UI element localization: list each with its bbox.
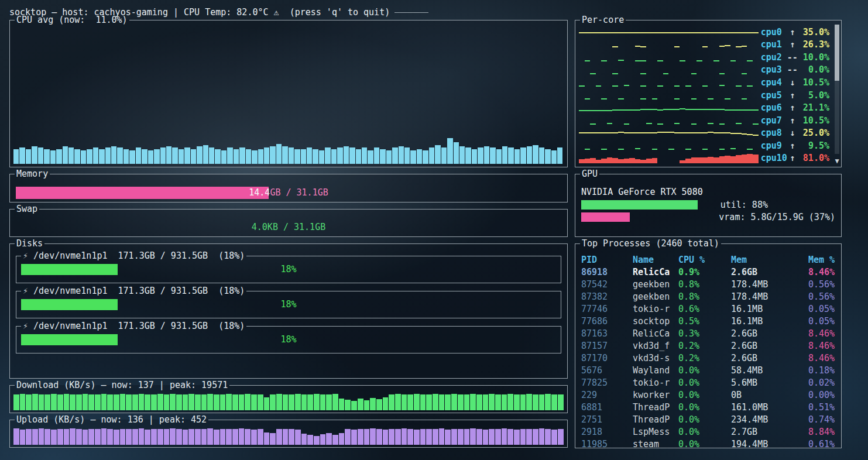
chart-bar — [264, 147, 269, 164]
chart-bar — [139, 428, 145, 445]
core-row: cpu9↑9.5% — [579, 139, 829, 152]
process-row[interactable]: 5676Wayland0.0%58.4MB0.18% — [581, 365, 835, 377]
core-row: cpu5↑5.0% — [579, 89, 829, 102]
chart-bar — [19, 147, 25, 164]
cpu-avg-chart — [13, 29, 564, 164]
core-name: cpu6 — [761, 102, 787, 113]
process-mem: 2.6GB — [731, 328, 808, 340]
chart-bar — [376, 429, 382, 445]
chart-bar — [226, 394, 232, 410]
core-name: cpu7 — [761, 115, 787, 126]
chart-bar — [32, 394, 38, 410]
process-cpu: 0.0% — [678, 414, 731, 426]
chart-bar — [314, 394, 320, 410]
process-row[interactable]: 87382geekben0.8%178.4MB0.56% — [581, 291, 835, 303]
chart-bar — [145, 394, 150, 410]
process-row[interactable]: 87157vkd3d_f0.2%2.6GB8.46% — [581, 340, 835, 352]
core-name: cpu10 — [761, 153, 787, 163]
chart-bar — [160, 147, 166, 164]
chart-bar — [558, 429, 564, 445]
chart-bar — [258, 149, 263, 164]
chart-bar — [51, 394, 57, 410]
chart-bar — [295, 430, 301, 445]
process-pid: 2751 — [581, 414, 633, 426]
chart-bar — [458, 394, 464, 410]
chart-bar — [120, 429, 126, 445]
process-row[interactable]: 11985steam0.0%194.4MB0.61% — [581, 438, 835, 451]
chart-bar — [270, 394, 276, 410]
chart-bar — [358, 429, 363, 445]
chart-bar — [282, 146, 287, 164]
chart-bar — [380, 149, 385, 164]
chart-bar — [111, 146, 116, 164]
chart-bar — [319, 150, 324, 164]
process-name: tokio-r — [633, 377, 678, 389]
process-mem: 178.4MB — [731, 279, 808, 291]
chart-bar — [551, 150, 557, 164]
process-pid: 77746 — [581, 303, 633, 315]
chart-bar — [107, 429, 113, 445]
chart-bar — [170, 394, 176, 410]
core-trend-icon: ↑ — [787, 90, 798, 101]
chart-bar — [514, 149, 520, 164]
process-row[interactable]: 77825tokio-r0.0%5.6MB0.02% — [581, 377, 835, 389]
core-label: cpu8↓25.0% — [761, 128, 829, 138]
chart-bar — [44, 149, 49, 164]
chart-bar — [464, 394, 470, 410]
process-mem: 58.4MB — [731, 365, 808, 377]
download-chart — [13, 394, 564, 410]
core-row: cpu6↑21.1% — [579, 101, 829, 114]
chart-bar — [489, 394, 495, 410]
chart-bar — [539, 147, 544, 164]
chart-bar — [404, 147, 410, 164]
chart-bar — [533, 429, 538, 445]
disk-icon: ⚡ — [23, 250, 28, 261]
chart-bar — [483, 430, 489, 445]
process-row[interactable]: 87163RelicCa0.3%2.6GB8.46% — [581, 328, 835, 340]
chart-bar — [507, 394, 513, 410]
core-percent: 26.3% — [798, 39, 829, 50]
cpu-avg-title: CPU avg (now: 11.0%) — [15, 15, 129, 25]
process-row[interactable]: 6881ThreadP0.0%161.0MB0.51% — [581, 401, 835, 414]
process-row[interactable]: 86918RelicCa0.9%2.6GB8.46% — [581, 266, 835, 279]
scrollbar-down-icon[interactable]: ▼ — [833, 157, 840, 165]
process-row[interactable]: 87170vkd3d-s0.2%2.6GB8.46% — [581, 352, 835, 365]
chart-bar — [101, 394, 107, 410]
chart-bar — [50, 150, 56, 164]
process-row[interactable]: 229kworker0.0%0B0.00% — [581, 389, 835, 401]
core-sparkline — [579, 65, 759, 75]
gpu-name: NVIDIA GeForce RTX 5080 — [581, 187, 835, 197]
chart-bar — [502, 146, 507, 164]
core-label: cpu2--10.0% — [761, 52, 829, 63]
socktop-app: socktop — host: cachyos-gaming | CPU Tem… — [0, 0, 868, 460]
process-row[interactable]: 2918LspMess0.0%2.7GB8.84% — [581, 426, 835, 438]
disk-title: ⚡ /dev/nvme1n1p1 171.3GB / 931.5GB (18%) — [21, 321, 246, 331]
chart-bar — [51, 430, 57, 445]
chart-bar — [114, 430, 119, 445]
process-mem: 5.6MB — [731, 377, 808, 389]
process-row[interactable]: 77746tokio-r0.6%16.1MB0.05% — [581, 303, 835, 315]
chart-bar — [351, 430, 357, 445]
chart-bar — [420, 429, 426, 445]
chart-bar — [276, 429, 282, 445]
chart-bar — [364, 400, 370, 410]
process-mem: 2.6GB — [731, 352, 808, 365]
per-core-scrollbar[interactable] — [835, 25, 839, 154]
chart-bar — [520, 429, 526, 445]
scrollbar-thumb[interactable] — [835, 25, 839, 81]
core-row: cpu2--10.0% — [579, 51, 829, 64]
chart-bar — [470, 394, 476, 410]
chart-bar — [507, 429, 513, 445]
process-pid: 77825 — [581, 377, 633, 389]
core-trend-icon: -- — [787, 64, 798, 75]
core-label: cpu7↑10.5% — [761, 115, 829, 126]
core-name: cpu0 — [761, 27, 787, 37]
swap-panel: Swap 4.0KB / 31.1GB — [9, 209, 568, 237]
chart-bar — [470, 428, 476, 445]
process-row[interactable]: 2751ThreadP0.0%234.4MB0.74% — [581, 414, 835, 426]
chart-bar — [195, 429, 201, 445]
core-label: cpu4↓10.5% — [761, 77, 829, 88]
process-row[interactable]: 87542geekben0.8%178.4MB0.56% — [581, 279, 835, 291]
disk-list: ⚡ /dev/nvme1n1p1 171.3GB / 931.5GB (18%)… — [10, 256, 567, 353]
process-row[interactable]: 77686socktop0.5%16.1MB0.05% — [581, 315, 835, 328]
